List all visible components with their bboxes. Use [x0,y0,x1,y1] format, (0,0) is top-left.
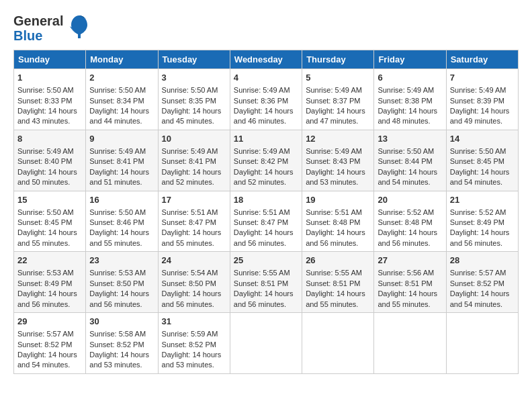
calendar-cell: 19Sunrise: 5:51 AMSunset: 8:48 PMDayligh… [302,191,374,252]
sunset: Sunset: 8:51 PM [234,279,288,287]
sunrise: Sunrise: 5:50 AM [89,208,146,216]
calendar-cell: 8Sunrise: 5:49 AMSunset: 8:40 PMDaylight… [14,130,86,191]
day-number: 26 [306,255,370,267]
sunset: Sunset: 8:36 PM [234,97,288,105]
calendar-cell: 13Sunrise: 5:50 AMSunset: 8:44 PMDayligh… [374,130,446,191]
calendar-cell: 20Sunrise: 5:52 AMSunset: 8:48 PMDayligh… [374,191,446,252]
sunset: Sunset: 8:45 PM [450,157,504,165]
day-number: 11 [234,133,298,145]
column-header-sunday: Sunday [14,50,86,69]
daylight: Daylight: 14 hours and 56 minutes. [234,228,294,246]
sunset: Sunset: 8:34 PM [89,97,144,105]
calendar-cell: 7Sunrise: 5:49 AMSunset: 8:39 PMDaylight… [446,69,518,130]
day-number: 23 [89,255,154,267]
logo-general: General [13,13,63,28]
daylight: Daylight: 14 hours and 55 minutes. [378,289,437,308]
sunrise: Sunrise: 5:49 AM [306,147,362,155]
page-header: General Blue [13,13,519,43]
sunset: Sunset: 8:44 PM [378,157,432,165]
day-number: 2 [89,72,154,84]
sunrise: Sunrise: 5:52 AM [450,208,506,216]
sunset: Sunset: 8:50 PM [89,279,144,287]
day-number: 27 [378,255,442,267]
sunset: Sunset: 8:52 PM [450,279,504,287]
sunrise: Sunrise: 5:52 AM [378,208,434,216]
calendar-cell: 9Sunrise: 5:49 AMSunset: 8:41 PMDaylight… [86,130,158,191]
sunset: Sunset: 8:49 PM [17,279,72,287]
sunrise: Sunrise: 5:50 AM [450,147,506,155]
calendar-week-5: 29Sunrise: 5:57 AMSunset: 8:52 PMDayligh… [14,313,519,374]
daylight: Daylight: 14 hours and 55 minutes. [89,228,149,246]
sunrise: Sunrise: 5:49 AM [306,86,362,94]
sunset: Sunset: 8:51 PM [378,279,432,287]
day-number: 6 [378,72,442,84]
day-number: 28 [450,255,515,267]
sunset: Sunset: 8:38 PM [378,97,432,105]
sunrise: Sunrise: 5:49 AM [162,147,218,155]
calendar-cell: 3Sunrise: 5:50 AMSunset: 8:35 PMDaylight… [158,69,230,130]
day-number: 21 [450,194,515,206]
column-header-saturday: Saturday [446,50,518,69]
sunrise: Sunrise: 5:55 AM [306,269,362,277]
day-number: 7 [450,72,515,84]
sunset: Sunset: 8:52 PM [162,340,216,349]
sunset: Sunset: 8:49 PM [450,218,504,226]
calendar-cell: 10Sunrise: 5:49 AMSunset: 8:41 PMDayligh… [158,130,230,191]
calendar-cell: 12Sunrise: 5:49 AMSunset: 8:43 PMDayligh… [302,130,374,191]
daylight: Daylight: 14 hours and 47 minutes. [306,107,365,125]
calendar-cell: 17Sunrise: 5:51 AMSunset: 8:47 PMDayligh… [158,191,230,252]
sunset: Sunset: 8:48 PM [306,218,360,226]
sunset: Sunset: 8:35 PM [162,97,216,105]
sunrise: Sunrise: 5:50 AM [162,86,218,94]
day-number: 15 [17,194,82,206]
calendar-week-4: 22Sunrise: 5:53 AMSunset: 8:49 PMDayligh… [14,252,519,313]
calendar-cell: 15Sunrise: 5:50 AMSunset: 8:45 PMDayligh… [14,191,86,252]
day-number: 18 [234,194,298,206]
sunrise: Sunrise: 5:49 AM [234,147,290,155]
calendar-cell: 31Sunrise: 5:59 AMSunset: 8:52 PMDayligh… [158,313,230,374]
daylight: Daylight: 14 hours and 48 minutes. [378,107,437,125]
calendar-cell: 5Sunrise: 5:49 AMSunset: 8:37 PMDaylight… [302,69,374,130]
calendar-week-3: 15Sunrise: 5:50 AMSunset: 8:45 PMDayligh… [14,191,519,252]
daylight: Daylight: 14 hours and 54 minutes. [17,351,77,369]
calendar-cell: 16Sunrise: 5:50 AMSunset: 8:46 PMDayligh… [86,191,158,252]
column-header-wednesday: Wednesday [230,50,302,69]
sunrise: Sunrise: 5:53 AM [89,269,146,277]
daylight: Daylight: 14 hours and 51 minutes. [89,168,149,186]
sunrise: Sunrise: 5:57 AM [17,330,74,338]
calendar-cell [374,313,446,374]
calendar-cell: 25Sunrise: 5:55 AMSunset: 8:51 PMDayligh… [230,252,302,313]
sunrise: Sunrise: 5:53 AM [17,269,74,277]
sunrise: Sunrise: 5:49 AM [89,147,146,155]
calendar-cell [302,313,374,374]
sunset: Sunset: 8:42 PM [234,157,288,165]
day-number: 25 [234,255,298,267]
day-number: 1 [17,72,82,84]
calendar-cell: 22Sunrise: 5:53 AMSunset: 8:49 PMDayligh… [14,252,86,313]
calendar-week-1: 1Sunrise: 5:50 AMSunset: 8:33 PMDaylight… [14,69,519,130]
calendar-cell: 2Sunrise: 5:50 AMSunset: 8:34 PMDaylight… [86,69,158,130]
daylight: Daylight: 14 hours and 43 minutes. [17,107,77,125]
sunrise: Sunrise: 5:56 AM [378,269,434,277]
day-number: 30 [89,316,154,328]
daylight: Daylight: 14 hours and 56 minutes. [450,228,510,246]
daylight: Daylight: 14 hours and 52 minutes. [234,168,294,186]
sunset: Sunset: 8:51 PM [306,279,360,287]
sunset: Sunset: 8:50 PM [162,279,216,287]
sunset: Sunset: 8:47 PM [234,218,288,226]
sunrise: Sunrise: 5:55 AM [234,269,290,277]
logo-blue: Blue [13,28,63,43]
calendar-cell: 14Sunrise: 5:50 AMSunset: 8:45 PMDayligh… [446,130,518,191]
column-header-tuesday: Tuesday [158,50,230,69]
sunset: Sunset: 8:47 PM [162,218,216,226]
sunset: Sunset: 8:39 PM [450,97,504,105]
column-header-friday: Friday [374,50,446,69]
day-number: 16 [89,194,154,206]
day-number: 20 [378,194,442,206]
calendar-cell: 29Sunrise: 5:57 AMSunset: 8:52 PMDayligh… [14,313,86,374]
day-number: 31 [162,316,226,328]
column-header-monday: Monday [86,50,158,69]
sunset: Sunset: 8:33 PM [17,97,72,105]
sunrise: Sunrise: 5:49 AM [17,147,74,155]
day-number: 14 [450,133,515,145]
